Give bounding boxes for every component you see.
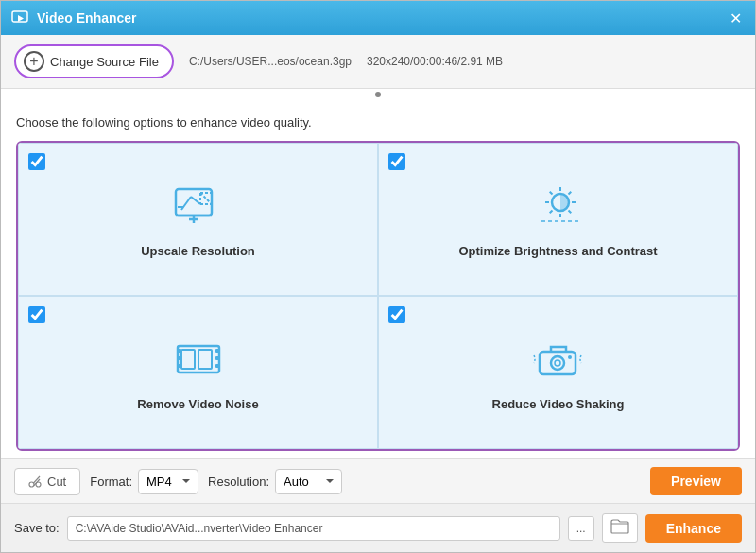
- svg-point-33: [551, 356, 564, 370]
- content-area: Choose the following options to enhance …: [1, 104, 755, 458]
- bottom-bar: Cut Format: MP4 AVI MOV Resolution: Auto…: [1, 458, 755, 503]
- enhancement-grid: Upscale Resolution: [16, 141, 740, 451]
- noise-cell: Remove Video Noise: [18, 296, 378, 449]
- preview-button[interactable]: Preview: [650, 467, 742, 495]
- noise-icon: [172, 337, 225, 386]
- toolbar: + Change Source File C:/Users/USER...eos…: [1, 35, 755, 89]
- upscale-checkbox[interactable]: [28, 153, 45, 170]
- format-group: Format: MP4 AVI MOV: [90, 469, 198, 494]
- svg-rect-28: [178, 364, 181, 368]
- svg-line-19: [568, 210, 571, 213]
- svg-line-11: [191, 197, 200, 204]
- svg-rect-32: [540, 352, 576, 374]
- file-meta: 320x240/00:00:46/2.91 MB: [367, 55, 503, 68]
- file-info: C:/Users/USER...eos/ocean.3gp 320x240/00…: [189, 55, 503, 68]
- dot-indicator: [375, 92, 381, 97]
- shaking-cell: Reduce Video Shaking: [378, 296, 738, 449]
- upscale-cell: Upscale Resolution: [18, 143, 378, 296]
- enhance-button[interactable]: Enhance: [645, 514, 742, 543]
- svg-line-18: [549, 191, 552, 194]
- window-controls: ✕: [725, 8, 746, 28]
- format-label: Format:: [90, 475, 132, 489]
- svg-marker-1: [18, 15, 24, 22]
- cut-button[interactable]: Cut: [14, 468, 80, 495]
- brightness-icon: [532, 183, 585, 233]
- browse-button[interactable]: ...: [568, 516, 594, 541]
- resolution-select[interactable]: Auto 720p 1080p: [275, 469, 342, 494]
- cut-label: Cut: [47, 475, 66, 489]
- title-bar: Video Enhancer ✕: [1, 1, 755, 35]
- svg-rect-27: [178, 356, 181, 360]
- shaking-icon: [532, 337, 585, 386]
- shaking-checkbox[interactable]: [388, 306, 405, 323]
- svg-line-20: [568, 191, 571, 194]
- folder-icon: [610, 519, 629, 534]
- window-title: Video Enhancer: [37, 10, 725, 26]
- svg-point-34: [555, 360, 560, 366]
- shaking-label: Reduce Video Shaking: [492, 397, 625, 411]
- svg-line-7: [200, 193, 212, 204]
- svg-point-35: [568, 355, 572, 359]
- upscale-icon: [172, 183, 225, 233]
- video-enhancer-window: Video Enhancer ✕ + Change Source File C:…: [0, 0, 756, 553]
- hint-text: Choose the following options to enhance …: [16, 115, 740, 130]
- svg-line-21: [549, 210, 552, 213]
- dot-indicator-area: [1, 89, 755, 104]
- svg-rect-31: [215, 364, 219, 368]
- brightness-checkbox[interactable]: [388, 153, 405, 170]
- scissors-icon: [28, 475, 42, 488]
- close-button[interactable]: ✕: [725, 8, 746, 28]
- svg-rect-24: [181, 350, 195, 369]
- noise-label: Remove Video Noise: [137, 397, 258, 411]
- open-folder-button[interactable]: [602, 513, 638, 543]
- change-source-label: Change Source File: [50, 55, 159, 69]
- brightness-cell: Optimize Brightness and Contrast: [378, 143, 738, 296]
- svg-rect-30: [215, 356, 219, 360]
- resolution-group: Resolution: Auto 720p 1080p: [208, 469, 342, 494]
- noise-checkbox[interactable]: [28, 306, 45, 323]
- format-select[interactable]: MP4 AVI MOV: [138, 469, 198, 494]
- upscale-label: Upscale Resolution: [141, 244, 255, 258]
- svg-rect-26: [178, 349, 181, 353]
- app-icon: [10, 9, 29, 27]
- svg-rect-29: [215, 349, 219, 353]
- file-path: C:/Users/USER...eos/ocean.3gp: [189, 55, 352, 68]
- resolution-label: Resolution:: [208, 475, 269, 489]
- save-bar: Save to: ... Enhance: [1, 503, 755, 552]
- plus-circle-icon: +: [24, 51, 44, 72]
- svg-rect-25: [198, 350, 212, 369]
- save-path-input[interactable]: [67, 516, 560, 541]
- save-label: Save to:: [14, 521, 60, 535]
- change-source-button[interactable]: + Change Source File: [14, 44, 174, 78]
- brightness-label: Optimize Brightness and Contrast: [458, 244, 657, 258]
